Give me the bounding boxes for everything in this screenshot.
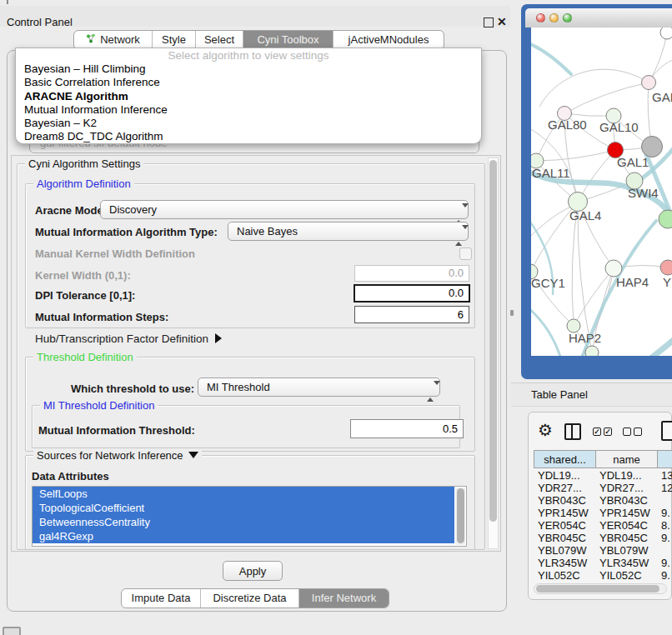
mi-steps-field[interactable]: 6 (354, 306, 469, 323)
manual-kernel-checkbox[interactable] (459, 248, 472, 260)
tab-label: Select (204, 31, 234, 49)
table-cell: YIL052C (538, 569, 595, 582)
gear-icon[interactable]: ⚙ (538, 420, 553, 440)
network-node-label: GAL11 (532, 166, 570, 180)
network-node-unlabeled[interactable] (642, 137, 663, 158)
network-node-label: HAP2 (569, 331, 601, 345)
network-node-label: GAL1 (617, 155, 649, 169)
which-threshold-combo[interactable]: MI Threshold (198, 378, 440, 397)
bottom-left-partial-icon (3, 627, 21, 635)
kernel-width-field[interactable]: 0.0 (354, 265, 469, 282)
table-cell: 8. (661, 519, 672, 532)
which-threshold-value: MI Threshold (207, 381, 270, 393)
attribute-item[interactable]: SelfLoops (33, 487, 454, 501)
deselect-columns-icon[interactable] (623, 428, 642, 436)
tab-style[interactable]: Style (153, 31, 196, 49)
table-cell: YIL052C (599, 569, 657, 582)
network-node-GAL[interactable] (642, 76, 656, 90)
table-header-shared...[interactable]: shared... (534, 450, 596, 468)
tab-infer-network[interactable]: Infer Network (299, 589, 389, 608)
table-row[interactable]: YER054CYER054C8. (534, 519, 672, 532)
minimize-traffic-light-icon[interactable] (549, 13, 559, 22)
float-window-icon[interactable] (484, 18, 494, 28)
split-divider-handle[interactable] (510, 310, 514, 316)
table-hscrollbar-thumb[interactable] (536, 585, 659, 592)
table-row[interactable]: YDL19...YDL19...13 (534, 469, 672, 482)
dpi-tolerance-field[interactable]: 0.0 (354, 284, 470, 302)
close-icon[interactable]: ✕ (497, 15, 507, 28)
sources-legend[interactable]: Sources for Network Inference (33, 449, 202, 462)
hub-definition-toggle[interactable]: Hub/Transcription Factor Definition (35, 332, 222, 345)
table-cell: 9. (661, 569, 672, 582)
zoom-traffic-light-icon[interactable] (563, 13, 572, 22)
mi-type-label: Mutual Information Algorithm Type: (35, 226, 218, 238)
table-cell: YDL19... (599, 469, 657, 482)
tab-label: Style (162, 31, 186, 49)
table-cell: YPR145W (599, 507, 657, 519)
top-edge-tick (7, 0, 8, 4)
table-cell: YBR045C (538, 532, 595, 544)
attribute-item[interactable]: gal4RGexp (33, 529, 454, 543)
network-node-Y[interactable] (660, 260, 672, 275)
columns-icon[interactable] (564, 423, 581, 440)
network-node-unlabeled[interactable] (659, 210, 672, 228)
dropdown-item[interactable]: Mutual Information Inference (16, 103, 481, 117)
table-cell: 9. (661, 532, 672, 544)
dpi-tolerance-label: DPI Tolerance [0,1]: (35, 289, 135, 302)
close-traffic-light-icon[interactable] (536, 13, 545, 22)
attribute-item[interactable]: BetweennessCentrality (33, 515, 454, 529)
aracne-mode-combo[interactable]: Discovery (100, 200, 469, 219)
table-row[interactable]: YLR345WYLR345W9. (534, 557, 672, 569)
tab-jactivemnodules[interactable]: jActiveMNodules (333, 31, 444, 49)
network-node-label: GAL4 (569, 208, 601, 222)
table-header-name[interactable]: name (595, 450, 658, 468)
table-row[interactable]: YBR043CYBR043C (534, 494, 672, 507)
network-node-unlabeled[interactable] (660, 28, 672, 39)
dropdown-item[interactable]: Bayesian – Hill Climbing (16, 62, 481, 76)
network-window-titlebar[interactable] (525, 8, 672, 28)
attribute-item[interactable]: TopologicalCoefficient (33, 501, 454, 515)
settings-scrollbar-thumb[interactable] (489, 160, 497, 522)
table-row[interactable]: YIL052CYIL052C9. (534, 569, 672, 582)
network-canvas[interactable]: GALGAL80GAL10GAL1GAL11SWI4GAL4GCY1HAP4YH… (531, 28, 672, 356)
network-icon (86, 31, 96, 49)
table-row[interactable]: YBR045CYBR045C9. (534, 532, 672, 544)
tab-discretize-data[interactable]: Discretize Data (201, 589, 299, 608)
network-highlight-edge (531, 307, 561, 356)
table-row[interactable]: YPR145WYPR145W9. (534, 507, 672, 519)
table-cell: YBL079W (599, 544, 657, 557)
dropdown-item[interactable]: Dream8 DC_TDC Algorithm (16, 130, 481, 143)
dropdown-item[interactable]: Bayesian – K2 (16, 117, 481, 130)
dropdown-item[interactable]: ARACNE Algorithm (16, 90, 481, 103)
page-icon[interactable] (661, 421, 672, 441)
select-columns-icon[interactable]: ✓✓ (593, 428, 612, 436)
stepper-arrows-icon (455, 227, 462, 244)
mi-threshold-field[interactable]: 0.5 (350, 419, 464, 438)
table-cell: YBL079W (538, 544, 595, 557)
mi-type-combo[interactable]: Naive Bayes (228, 222, 469, 241)
network-edge (539, 69, 649, 107)
table-header-col2[interactable] (657, 450, 672, 468)
table-row[interactable]: YBL079WYBL079W (534, 544, 672, 557)
mi-type-value: Naive Bayes (237, 225, 298, 238)
network-node-unlabeled[interactable] (585, 346, 599, 356)
network-highlight-edge (531, 42, 571, 74)
stepper-arrows-icon (455, 205, 462, 222)
tab-impute-data[interactable]: Impute Data (122, 589, 201, 608)
tab-label: Infer Network (312, 589, 376, 608)
attributes-scrollbar-thumb[interactable] (457, 488, 464, 543)
table-panel-title: Table Panel (531, 388, 588, 401)
tab-cyni-toolbox[interactable]: Cyni Toolbox (243, 31, 333, 49)
sources-legend-label: Sources for Network Inference (37, 449, 183, 462)
network-edge (649, 32, 667, 82)
table-cell: YBR043C (599, 494, 657, 507)
tab-network[interactable]: Network (74, 31, 153, 49)
network-node-HAP4[interactable] (605, 260, 622, 277)
stepper-arrows-icon (427, 382, 434, 400)
tab-label: Cyni Toolbox (257, 31, 318, 49)
tab-select[interactable]: Select (196, 31, 243, 49)
table-row[interactable]: YDR27...YDR27...12 (534, 482, 672, 494)
apply-button[interactable]: Apply (223, 561, 283, 581)
control-panel-titlebar: Control Panel ✕ (0, 6, 510, 27)
dropdown-item[interactable]: Basic Correlation Inference (16, 76, 481, 89)
